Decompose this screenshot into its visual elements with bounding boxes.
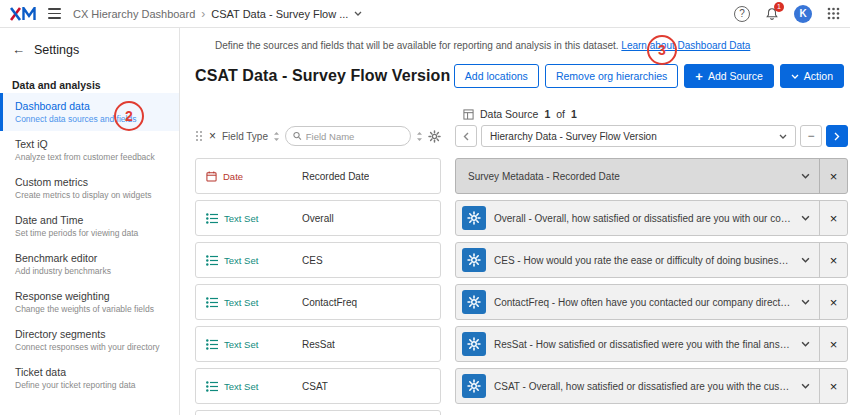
- breadcrumb-dashboard-link[interactable]: CX Hierarchy Dashboard: [73, 8, 195, 20]
- remove-field-icon[interactable]: ×: [819, 201, 847, 235]
- back-arrow-icon: ←: [12, 42, 25, 57]
- add-locations-label: Add locations: [465, 70, 528, 82]
- data-source-dropdown[interactable]: Hierarchy Data - Survey Flow Version: [481, 125, 796, 147]
- drag-handle-icon[interactable]: [195, 130, 203, 142]
- source-row-contactfreq[interactable]: ContactFreq - How often have you contact…: [455, 284, 848, 320]
- chevron-down-icon[interactable]: [791, 215, 819, 221]
- user-avatar[interactable]: K: [794, 5, 812, 23]
- add-source-label: Add Source: [708, 70, 763, 82]
- source-field-label: CES - How would you rate the ease or dif…: [494, 255, 791, 266]
- field-row-contactfreq[interactable]: Text Set ContactFreq: [195, 284, 441, 320]
- field-settings-gear-icon[interactable]: [428, 130, 441, 143]
- sidebar-item-text-iq[interactable]: Text iQ Analyze text from customer feedb…: [0, 131, 179, 169]
- field-config-gear-button[interactable]: [462, 290, 486, 314]
- data-source-label: Data Source: [480, 108, 538, 120]
- remove-field-icon[interactable]: ×: [819, 369, 847, 403]
- chevron-down-icon[interactable]: [791, 383, 819, 389]
- gear-icon: [467, 295, 481, 309]
- hamburger-menu-icon[interactable]: [46, 6, 63, 21]
- learn-about-dashboard-data-link[interactable]: Learn about Dashboard Data: [621, 40, 750, 51]
- field-row-ces[interactable]: Text Set CES: [195, 242, 441, 278]
- sort-arrows-icon[interactable]: [273, 131, 280, 142]
- remove-org-hierarchies-button[interactable]: Remove org hierarchies: [545, 64, 678, 88]
- field-type-label: Text Set: [224, 297, 258, 308]
- field-name-label: Recorded Date: [288, 171, 369, 182]
- field-row-ressat[interactable]: Text Set ResSat: [195, 326, 441, 362]
- field-type-label: Text Set: [224, 381, 258, 392]
- sidebar-item-response-weighting[interactable]: Response weighting Change the weights of…: [0, 283, 179, 321]
- sidebar-item-date-and-time[interactable]: Date and Time Set time periods for viewi…: [0, 207, 179, 245]
- field-type-label: Text Set: [224, 339, 258, 350]
- source-field-label: ContactFreq - How often have you contact…: [494, 297, 791, 308]
- sidebar-item-directory-segments[interactable]: Directory segments Connect responses wit…: [0, 321, 179, 359]
- sidebar-item-ticket-data[interactable]: Ticket data Define your ticket reporting…: [0, 359, 179, 397]
- field-name-label: Overall: [288, 213, 334, 224]
- add-locations-button[interactable]: Add locations: [454, 64, 539, 88]
- field-name-label: ContactFreq: [288, 297, 357, 308]
- app-grid-icon[interactable]: [827, 7, 840, 20]
- sidebar-item-sublabel: Connect responses with your directory: [15, 342, 167, 352]
- source-row-csat[interactable]: CSAT - Overall, how satisfied or dissati…: [455, 368, 848, 404]
- chevron-down-icon[interactable]: [791, 299, 819, 305]
- field-name-search[interactable]: [285, 126, 411, 146]
- field-type-cell: Text Set: [196, 255, 288, 266]
- notifications-bell-icon[interactable]: 1: [765, 7, 779, 21]
- field-type-column-header[interactable]: Field Type: [222, 131, 268, 142]
- field-type-label: Text Set: [224, 213, 258, 224]
- field-config-gear-button[interactable]: [462, 206, 486, 230]
- page-header: CSAT Data - Survey Flow Version Add loca…: [195, 64, 844, 88]
- text-set-icon: [206, 255, 218, 266]
- sidebar-item-label: Directory segments: [15, 328, 167, 340]
- remove-source-button[interactable]: −: [800, 125, 822, 147]
- remove-field-icon[interactable]: ×: [819, 159, 847, 193]
- dataset-description: Define the sources and fields that will …: [215, 40, 840, 51]
- field-name-search-input[interactable]: [306, 131, 403, 142]
- clear-selection-icon[interactable]: ×: [208, 129, 217, 143]
- sidebar-item-dashboard-data[interactable]: Dashboard data Connect data sources and …: [0, 93, 179, 131]
- chevron-down-icon[interactable]: [354, 11, 362, 16]
- source-row-ces[interactable]: CES - How would you rate the ease or dif…: [455, 242, 848, 278]
- remove-field-icon[interactable]: ×: [819, 285, 847, 319]
- top-navbar: CX Hierarchy Dashboard › CSAT Data - Sur…: [0, 0, 850, 28]
- add-source-button[interactable]: + Add Source: [684, 64, 773, 88]
- source-field-label: Overall - Overall, how satisfied or diss…: [494, 213, 791, 224]
- sidebar-item-custom-metrics[interactable]: Custom metrics Create metrics to display…: [0, 169, 179, 207]
- remove-field-icon[interactable]: ×: [819, 327, 847, 361]
- text-set-icon: [206, 381, 218, 392]
- chevron-down-icon[interactable]: [791, 173, 819, 179]
- data-source-of-label: of: [556, 108, 565, 120]
- field-config-gear-button[interactable]: [462, 332, 486, 356]
- field-row-csat[interactable]: Text Set CSAT: [195, 368, 441, 404]
- help-icon[interactable]: ?: [734, 6, 750, 22]
- previous-source-button[interactable]: [455, 125, 477, 147]
- field-config-gear-button[interactable]: [462, 248, 486, 272]
- field-config-gear-button[interactable]: [462, 374, 486, 398]
- sidebar-section-heading: Data and analysis: [0, 65, 179, 93]
- chevron-left-icon: [463, 132, 469, 141]
- field-type-cell: Date: [196, 171, 288, 182]
- xm-logo[interactable]: [10, 7, 36, 21]
- sort-arrows-icon[interactable]: [416, 131, 423, 142]
- field-row-overall[interactable]: Text Set Overall: [195, 200, 441, 236]
- breadcrumb-current-page[interactable]: CSAT Data - Survey Flow ...: [211, 8, 348, 20]
- sidebar-item-label: Benchmark editor: [15, 252, 167, 264]
- chevron-down-icon[interactable]: [791, 341, 819, 347]
- source-row-ressat[interactable]: ResSat - How satisfied or dissatisfied w…: [455, 326, 848, 362]
- field-row-recorded-date[interactable]: Date Recorded Date: [195, 158, 441, 194]
- topbar-actions: ? 1 K: [734, 5, 840, 23]
- field-type-label: Text Set: [224, 255, 258, 266]
- source-row-overall[interactable]: Overall - Overall, how satisfied or diss…: [455, 200, 848, 236]
- action-button[interactable]: Action: [780, 64, 844, 88]
- field-type-cell: Text Set: [196, 339, 288, 350]
- remove-field-icon[interactable]: ×: [819, 243, 847, 277]
- field-row-partial[interactable]: [195, 410, 441, 415]
- sidebar-item-label: Response weighting: [15, 290, 167, 302]
- sidebar-item-sublabel: Create metrics to display on widgets: [15, 190, 167, 200]
- next-source-button[interactable]: [826, 125, 848, 147]
- page-title: CSAT Data - Survey Flow Version: [195, 67, 450, 85]
- settings-back-button[interactable]: ← Settings: [0, 28, 179, 65]
- chevron-down-icon[interactable]: [791, 257, 819, 263]
- source-row-recorded-date[interactable]: Survey Metadata - Recorded Date ×: [455, 158, 848, 194]
- data-source-dropdown-value: Hierarchy Data - Survey Flow Version: [490, 131, 773, 142]
- sidebar-item-benchmark-editor[interactable]: Benchmark editor Add industry benchmarks: [0, 245, 179, 283]
